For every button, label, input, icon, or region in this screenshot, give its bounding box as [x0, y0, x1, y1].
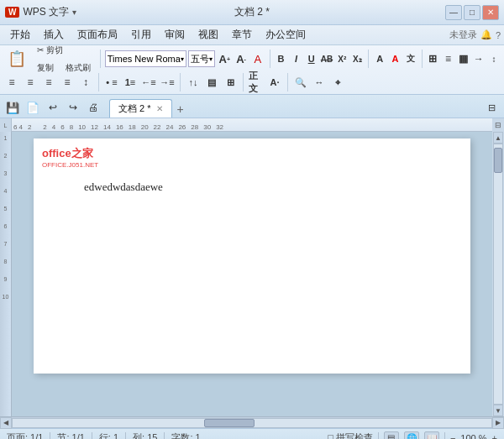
- align-justify-button[interactable]: ≡: [59, 75, 76, 90]
- italic-button[interactable]: I: [289, 51, 302, 66]
- main-area: 1 2 3 4 5 6 7 8 9 10 office之家 OFFICE.J05…: [0, 132, 504, 416]
- font-color-button[interactable]: A: [388, 51, 402, 66]
- align-left-button[interactable]: ≡: [3, 75, 20, 90]
- status-sep6: [444, 432, 445, 440]
- size-dropdown-icon: ▾: [209, 55, 213, 63]
- h-scroll-left-btn[interactable]: ◀: [0, 417, 12, 429]
- menu-workspace[interactable]: 办公空间: [259, 26, 312, 44]
- indent2-button[interactable]: →≡: [159, 75, 176, 90]
- format-painter-button[interactable]: 格式刷: [60, 60, 96, 76]
- scrollbar-thumb[interactable]: [494, 148, 502, 173]
- h-scroll-track[interactable]: [12, 418, 492, 428]
- font-size: 五号: [191, 53, 209, 65]
- superscript-button[interactable]: X²: [335, 51, 349, 66]
- scroll-down-btn[interactable]: ▼: [493, 405, 503, 416]
- left-ruler-mark: 4: [4, 188, 8, 194]
- left-ruler-mark: 9: [4, 276, 8, 282]
- table-button[interactable]: ⊞: [426, 51, 439, 66]
- grow-font-button[interactable]: A+: [217, 50, 232, 67]
- doc-tab[interactable]: 文档 2 * ✕: [109, 99, 172, 118]
- bullets-button[interactable]: • ≡: [103, 75, 120, 90]
- select-button[interactable]: ⌖: [329, 75, 346, 90]
- align-center-button[interactable]: ≡: [22, 75, 39, 90]
- redo-btn[interactable]: ↪: [64, 99, 82, 116]
- ruler-mark: 16: [116, 123, 123, 131]
- styles-button[interactable]: 正文: [248, 75, 265, 90]
- clear-format-button[interactable]: A: [250, 50, 265, 67]
- status-bar: 页面: 1/1 节: 1/1 行: 1 列: 15 字数: 1 □ 拼写检查 ▤…: [0, 428, 504, 439]
- list-button[interactable]: ≡: [442, 51, 455, 66]
- menu-view[interactable]: 视图: [192, 26, 225, 44]
- ruler-mark: 20: [141, 123, 149, 131]
- h-scroll-thumb[interactable]: [204, 419, 255, 427]
- font-name: Times New Roma: [108, 54, 181, 64]
- new-tab-btn[interactable]: +: [172, 101, 189, 118]
- zoom-out-btn[interactable]: −: [450, 433, 455, 440]
- ruler-mark: 6: [13, 123, 17, 131]
- menu-section[interactable]: 章节: [225, 26, 259, 44]
- line-spacing-button[interactable]: ↕: [77, 75, 94, 90]
- spell-check[interactable]: □ 拼写检查: [328, 431, 373, 439]
- styles2-button[interactable]: A·: [266, 75, 283, 90]
- strikethrough-button[interactable]: AB: [320, 51, 333, 66]
- page-content[interactable]: edwedwdasdaewe: [84, 164, 428, 194]
- ruler: L 6 4 2 2 4 6 8 10 12 14 16 18 20 22 24 …: [0, 118, 504, 132]
- ruler-side-left: L: [0, 118, 12, 132]
- sort-button[interactable]: ↑↓: [185, 75, 202, 90]
- ruler-mark: 28: [191, 123, 198, 131]
- h-scroll-right-btn[interactable]: ▶: [492, 417, 504, 429]
- replace-button[interactable]: ↔: [311, 75, 328, 90]
- tab-settings-btn[interactable]: ⊟: [482, 99, 501, 116]
- view-normal-btn[interactable]: ▤: [384, 431, 399, 440]
- shading-button[interactable]: ▤: [203, 75, 220, 90]
- window-controls: — □ ✕: [445, 5, 499, 20]
- menu-icon2[interactable]: ?: [496, 30, 501, 40]
- ruler-scroll-btn[interactable]: ⊟: [492, 118, 504, 132]
- scroll-up-btn[interactable]: ▲: [493, 132, 503, 144]
- size-selector[interactable]: 五号 ▾: [188, 50, 216, 67]
- copy-button[interactable]: 复制: [32, 60, 59, 76]
- tab-label: 文档 2 *: [118, 102, 151, 115]
- cut-button[interactable]: ✂ 剪切: [32, 42, 96, 59]
- status-sep5: [378, 432, 379, 440]
- status-right: □ 拼写检查 ▤ 🌐 📖 − 100 % +: [328, 431, 497, 440]
- underline-button[interactable]: U: [305, 51, 318, 66]
- borders-button[interactable]: ⊞: [222, 75, 239, 90]
- new-doc-btn[interactable]: 📄: [24, 99, 42, 116]
- view-read-btn[interactable]: 📖: [424, 431, 439, 440]
- scrollbar-track[interactable]: [493, 144, 503, 405]
- paste-button[interactable]: 📋: [3, 49, 30, 69]
- user-status: 未登录: [449, 29, 477, 41]
- align-right-button[interactable]: ≡: [40, 75, 57, 90]
- zoom-in-btn[interactable]: +: [492, 433, 497, 440]
- menu-icon1[interactable]: 🔔: [480, 29, 492, 40]
- bold-button[interactable]: B: [274, 51, 287, 66]
- print-btn[interactable]: 🖨: [84, 99, 102, 116]
- undo-btn[interactable]: ↩: [44, 99, 62, 116]
- menu-review[interactable]: 审阅: [158, 26, 192, 44]
- view-web-btn[interactable]: 🌐: [404, 431, 419, 440]
- content-scroll-area[interactable]: office之家 OFFICE.J051.NET edwedwdasdaewe: [12, 132, 492, 416]
- subscript-button[interactable]: X₂: [350, 51, 364, 66]
- status-sep3: [125, 432, 126, 440]
- tab-close-btn[interactable]: ✕: [156, 104, 163, 113]
- indent-button[interactable]: →: [472, 51, 486, 66]
- save-icon-btn[interactable]: 💾: [3, 99, 22, 116]
- row2-sep3: [243, 73, 244, 91]
- line-height-button[interactable]: ↕: [487, 51, 501, 66]
- font-selector[interactable]: Times New Roma ▾: [105, 50, 186, 67]
- ruler-mark: 4: [52, 123, 55, 131]
- dropdown-arrow[interactable]: ▾: [72, 8, 76, 17]
- char-spacing-button[interactable]: 文: [403, 51, 417, 66]
- paste-group: 📋: [3, 49, 30, 69]
- minimize-button[interactable]: —: [445, 5, 462, 20]
- shrink-font-button[interactable]: A-: [234, 50, 249, 67]
- restore-button[interactable]: □: [464, 5, 480, 20]
- find-button[interactable]: 🔍: [292, 75, 309, 90]
- menu-references[interactable]: 引用: [124, 26, 158, 44]
- close-button[interactable]: ✕: [482, 5, 499, 20]
- numbering-button[interactable]: 1≡: [122, 75, 139, 90]
- columns-button[interactable]: ▦: [457, 51, 470, 66]
- text-highlight-button[interactable]: A: [373, 51, 386, 66]
- outdent-button[interactable]: ←≡: [140, 75, 157, 90]
